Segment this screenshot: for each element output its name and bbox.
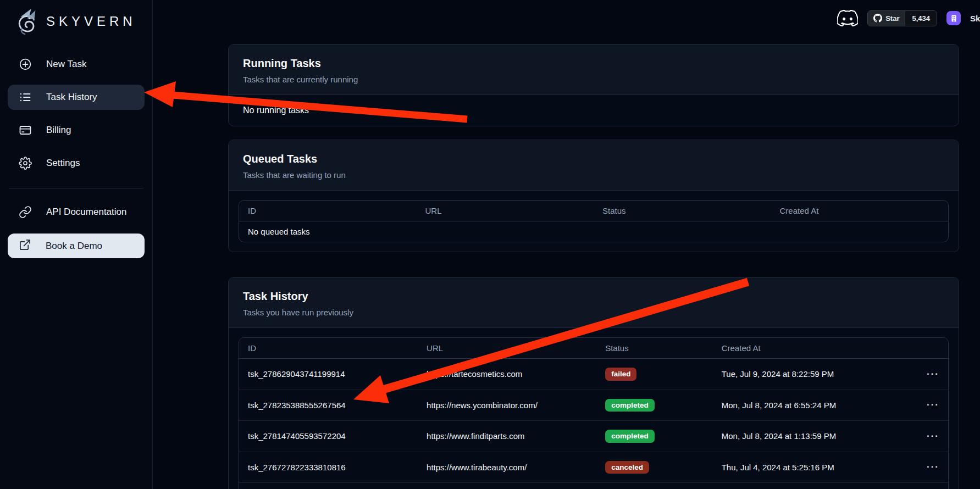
org-name-partial[interactable]: Sk bbox=[970, 14, 980, 23]
task-history-subtitle: Tasks you have run previously bbox=[243, 308, 944, 317]
discord-icon[interactable] bbox=[837, 10, 858, 26]
table-row[interactable]: tsk_274180139292204058 https://www.geico… bbox=[239, 483, 948, 489]
running-tasks-subtitle: Tasks that are currently running bbox=[243, 75, 944, 84]
brand-logo[interactable]: SKYVERN bbox=[8, 5, 145, 37]
table-row[interactable]: tsk_278147405593572204 https://www.findi… bbox=[239, 421, 948, 452]
github-icon bbox=[873, 14, 882, 23]
column-header-created-at: Created At bbox=[771, 201, 949, 221]
task-status-cell: failed bbox=[596, 359, 713, 390]
running-tasks-title: Running Tasks bbox=[243, 57, 944, 70]
row-actions-button[interactable]: ··· bbox=[927, 431, 939, 442]
sidebar-item-label: Settings bbox=[46, 158, 80, 169]
column-header-id: ID bbox=[239, 201, 417, 221]
queued-table-header-row: ID URL Status Created At bbox=[239, 201, 948, 221]
task-id-cell[interactable]: tsk_278235388555267564 bbox=[239, 390, 418, 421]
github-star-button[interactable]: Star 5,434 bbox=[867, 10, 937, 26]
task-status-cell: completed bbox=[596, 421, 713, 452]
column-header-created-at: Created At bbox=[713, 338, 910, 359]
queued-tasks-card: Queued Tasks Tasks that are waiting to r… bbox=[228, 140, 959, 252]
running-tasks-empty: No running tasks bbox=[229, 95, 959, 126]
status-badge: completed bbox=[605, 430, 655, 443]
task-url-cell: https://www.geico.com bbox=[418, 483, 596, 489]
task-id-cell[interactable]: tsk_276727822333810816 bbox=[239, 452, 418, 483]
github-star-label: Star bbox=[885, 14, 899, 23]
sidebar-item-new-task[interactable]: New Task bbox=[8, 52, 145, 77]
sidebar-item-settings[interactable]: Settings bbox=[8, 151, 145, 176]
table-row[interactable]: tsk_276727822333810816 https://www.tirab… bbox=[239, 452, 948, 483]
task-id-cell[interactable]: tsk_278629043741199914 bbox=[239, 359, 418, 390]
row-actions-button[interactable]: ··· bbox=[927, 462, 939, 473]
column-header-actions bbox=[910, 338, 948, 359]
task-created-cell: Tue, Jul 9, 2024 at 8:22:59 PM bbox=[713, 359, 910, 390]
status-badge: completed bbox=[605, 399, 655, 412]
task-url-cell: https://www.tirabeauty.com/ bbox=[418, 452, 596, 483]
queued-tasks-table: ID URL Status Created At No queued tasks bbox=[239, 200, 949, 242]
github-star-count: 5,434 bbox=[912, 14, 930, 23]
external-link-icon bbox=[19, 238, 31, 253]
queued-tasks-title: Queued Tasks bbox=[243, 153, 944, 165]
task-id-cell[interactable]: tsk_278147405593572204 bbox=[239, 421, 418, 452]
running-tasks-header: Running Tasks Tasks that are currently r… bbox=[229, 45, 959, 95]
task-status-cell: completed bbox=[596, 390, 713, 421]
column-header-id: ID bbox=[239, 338, 418, 359]
row-actions-button[interactable]: ··· bbox=[927, 369, 939, 380]
task-created-cell: Mon, Jul 8, 2024 at 1:13:59 PM bbox=[713, 421, 910, 452]
sidebar-nav: New Task Task History Billing bbox=[8, 52, 145, 258]
sidebar-item-api-documentation[interactable]: API Documentation bbox=[8, 199, 145, 225]
task-id-cell[interactable]: tsk_274180139292204058 bbox=[239, 483, 418, 489]
gear-icon bbox=[19, 157, 32, 170]
task-history-card: Task History Tasks you have run previous… bbox=[228, 277, 959, 489]
skyvern-dragon-icon bbox=[15, 8, 41, 35]
sidebar-item-label: Task History bbox=[46, 92, 97, 103]
queued-tasks-subtitle: Tasks that are waiting to run bbox=[243, 170, 944, 180]
status-badge: failed bbox=[605, 368, 636, 381]
task-history-header: Task History Tasks you have run previous… bbox=[229, 277, 959, 328]
task-status-cell: canceled bbox=[596, 452, 713, 483]
task-created-cell: Thu, Jun 27, 2024 at 8:38:58 PM bbox=[713, 483, 910, 489]
brand-name: SKYVERN bbox=[46, 14, 136, 29]
sidebar-divider bbox=[9, 188, 143, 188]
running-tasks-card: Running Tasks Tasks that are currently r… bbox=[228, 44, 959, 126]
credit-card-icon bbox=[19, 124, 32, 137]
queued-empty-text: No queued tasks bbox=[239, 221, 948, 242]
task-url-cell: https://news.ycombinator.com/ bbox=[418, 390, 596, 421]
sidebar-item-label: API Documentation bbox=[46, 207, 126, 218]
main-content: Running Tasks Tasks that are currently r… bbox=[153, 36, 980, 489]
task-created-cell: Mon, Jul 8, 2024 at 6:55:24 PM bbox=[713, 390, 910, 421]
sidebar-item-label: Billing bbox=[46, 125, 71, 136]
history-table-header-row: ID URL Status Created At bbox=[239, 338, 948, 359]
org-avatar[interactable] bbox=[946, 11, 961, 25]
building-icon bbox=[950, 14, 958, 23]
table-row[interactable]: tsk_278235388555267564 https://news.ycom… bbox=[239, 390, 948, 421]
column-header-status: Status bbox=[594, 201, 771, 221]
task-url-cell: https://www.finditparts.com bbox=[418, 421, 596, 452]
task-url-cell: https://tartecosmetics.com bbox=[418, 359, 596, 390]
sidebar-item-billing[interactable]: Billing bbox=[8, 118, 145, 143]
list-icon bbox=[19, 91, 32, 104]
sidebar-item-task-history[interactable]: Task History bbox=[8, 85, 145, 110]
task-status-cell: completed bbox=[596, 483, 713, 489]
topbar: Star 5,434 Sk bbox=[153, 0, 980, 36]
column-header-url: URL bbox=[418, 338, 596, 359]
column-header-url: URL bbox=[417, 201, 594, 221]
task-history-title: Task History bbox=[243, 290, 944, 303]
column-header-status: Status bbox=[596, 338, 713, 359]
status-badge: canceled bbox=[605, 461, 649, 474]
task-history-table: ID URL Status Created At tsk_27862904374… bbox=[239, 337, 949, 489]
book-a-demo-label: Book a Demo bbox=[46, 241, 102, 252]
queued-tasks-header: Queued Tasks Tasks that are waiting to r… bbox=[229, 140, 959, 191]
book-a-demo-button[interactable]: Book a Demo bbox=[8, 234, 145, 258]
table-row[interactable]: tsk_278629043741199914 https://tartecosm… bbox=[239, 359, 948, 390]
link-icon bbox=[19, 205, 32, 219]
plus-circle-icon bbox=[19, 58, 32, 71]
row-actions-button[interactable]: ··· bbox=[927, 399, 939, 410]
sidebar: SKYVERN New Task Task History bbox=[0, 0, 153, 489]
queued-empty-row: No queued tasks bbox=[239, 221, 948, 242]
sidebar-item-label: New Task bbox=[46, 59, 86, 70]
task-created-cell: Thu, Jul 4, 2024 at 5:25:16 PM bbox=[713, 452, 910, 483]
